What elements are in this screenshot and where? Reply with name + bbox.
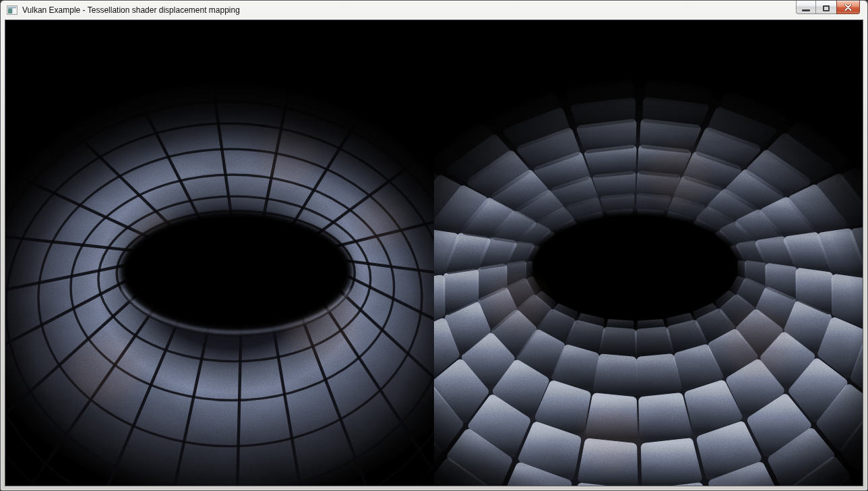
- maximize-button[interactable]: [816, 1, 836, 14]
- minimize-icon: [802, 9, 810, 11]
- render-viewport[interactable]: [5, 20, 863, 486]
- close-icon: [837, 1, 859, 13]
- vulkan-render-scene: [5, 20, 863, 486]
- close-button[interactable]: [836, 1, 860, 14]
- window-controls: [796, 1, 860, 14]
- minimize-button[interactable]: [796, 1, 816, 14]
- maximize-icon: [823, 5, 830, 11]
- titlebar[interactable]: Vulkan Example - Tessellation shader dis…: [1, 1, 867, 20]
- app-icon: [7, 5, 18, 15]
- window-title: Vulkan Example - Tessellation shader dis…: [22, 5, 240, 15]
- app-window: Vulkan Example - Tessellation shader dis…: [0, 0, 868, 491]
